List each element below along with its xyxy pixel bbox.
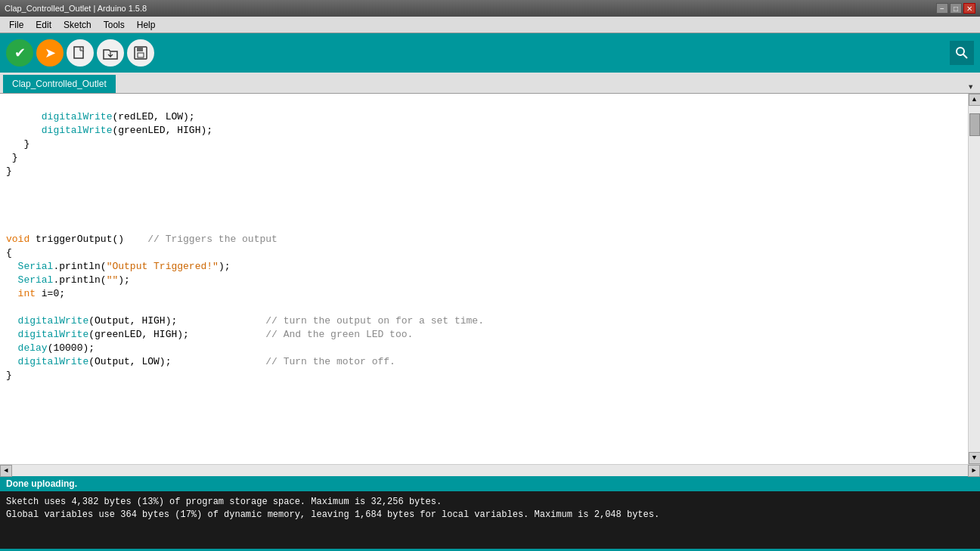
vertical-scrollbar[interactable]: ▲ ▼ — [968, 94, 980, 464]
scroll-left-arrow[interactable]: ◄ — [0, 465, 12, 477]
menu-sketch[interactable]: Sketch — [57, 18, 98, 32]
window-controls: − □ ✕ — [936, 3, 975, 14]
menu-tools[interactable]: Tools — [98, 18, 131, 32]
console-line1: Sketch uses 4,382 bytes (13%) of program… — [6, 496, 974, 509]
menu-edit[interactable]: Edit — [29, 18, 57, 32]
verify-button[interactable]: ✔ — [6, 39, 33, 67]
open-button[interactable] — [97, 39, 124, 67]
scroll-track-h[interactable] — [12, 465, 968, 476]
tab-dropdown[interactable]: ▾ — [965, 80, 977, 93]
menu-help[interactable]: Help — [131, 18, 162, 32]
svg-rect-2 — [137, 47, 143, 51]
svg-point-4 — [957, 48, 964, 55]
toolbar: ✔ ➤ — [0, 33, 980, 73]
maximize-button[interactable]: □ — [950, 3, 962, 14]
code-text: digitalWrite(redLED, LOW); digitalWrite(… — [0, 94, 980, 464]
tab-bar: Clap_Controlled_Outlet ▾ — [0, 73, 980, 94]
close-button[interactable]: ✕ — [963, 3, 975, 14]
title-bar: Clap_Controlled_Outlet | Arduino 1.5.8 −… — [0, 0, 980, 17]
menu-bar: File Edit Sketch Tools Help — [0, 17, 980, 33]
minimize-button[interactable]: − — [936, 3, 948, 14]
svg-line-5 — [963, 54, 967, 58]
scroll-track-v[interactable] — [969, 106, 980, 464]
console-status: Done uploading. — [6, 478, 77, 489]
horizontal-scrollbar[interactable]: ◄ ► — [0, 464, 980, 476]
svg-rect-3 — [138, 53, 144, 57]
upload-button[interactable]: ➤ — [36, 39, 64, 67]
console-output: Sketch uses 4,382 bytes (13%) of program… — [0, 491, 980, 549]
code-editor[interactable]: digitalWrite(redLED, LOW); digitalWrite(… — [0, 94, 980, 464]
scroll-thumb-v[interactable] — [969, 113, 980, 136]
scroll-right-arrow[interactable]: ► — [968, 465, 980, 477]
search-button[interactable] — [950, 41, 974, 65]
save-button[interactable] — [127, 39, 154, 67]
tab-clap-controlled-outlet[interactable]: Clap_Controlled_Outlet — [3, 75, 116, 93]
menu-file[interactable]: File — [3, 18, 29, 32]
scroll-down-arrow[interactable]: ▼ — [969, 452, 981, 464]
console-header: Done uploading. — [0, 476, 980, 491]
new-button[interactable] — [67, 39, 94, 67]
scroll-up-arrow[interactable]: ▲ — [969, 94, 981, 106]
console-line2: Global variables use 364 bytes (17%) of … — [6, 509, 974, 522]
window-title: Clap_Controlled_Outlet | Arduino 1.5.8 — [5, 4, 147, 13]
